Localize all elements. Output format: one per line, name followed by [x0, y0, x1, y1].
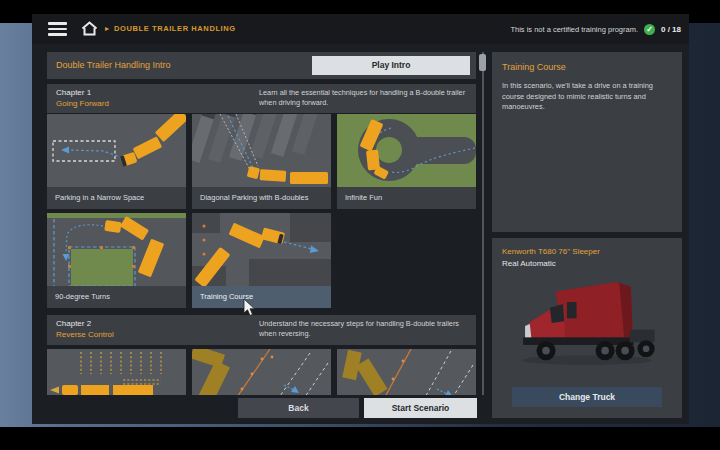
driving-school-panel: ▸ DOUBLE TRAILER HANDLING This is not a … [32, 14, 689, 424]
truck-image [506, 274, 668, 374]
lesson-tile-label: Training Course [192, 286, 331, 308]
breadcrumb-arrow-icon: ▸ [105, 24, 109, 33]
lesson-tile-reverse-2[interactable] [192, 349, 331, 395]
scenario-title: Training Course [502, 62, 672, 72]
start-scenario-button[interactable]: Start Scenario [364, 398, 477, 418]
lesson-tile-reverse-1[interactable] [47, 349, 186, 395]
certification-notice: This is not a certified training program… [510, 25, 638, 34]
truck-card: Kenworth T680 76" Sleeper Real Automatic… [492, 238, 682, 418]
lesson-tile-90-degree-turns[interactable]: 90-degree Turns [47, 213, 186, 308]
lesson-thumbnail [337, 114, 476, 187]
chapter-description: Understand the necessary steps for handl… [259, 319, 469, 339]
top-bar: ▸ DOUBLE TRAILER HANDLING This is not a … [32, 14, 689, 44]
chapter-description: Learn all the essential techniques for h… [259, 88, 469, 108]
scenario-info-card: Training Course In this scenario, we'll … [492, 52, 682, 232]
lesson-thumbnail [192, 114, 331, 187]
lesson-thumbnail [192, 349, 331, 395]
intro-row: Double Trailer Handling Intro Play Intro [47, 52, 476, 79]
lesson-thumbnail [47, 213, 186, 286]
chapter-number: Chapter 2 [56, 319, 91, 328]
lesson-tile-reverse-3[interactable] [337, 349, 476, 395]
chapter-name: Going Forward [56, 99, 109, 108]
menu-icon[interactable] [48, 22, 67, 36]
check-circle-icon: ✓ [644, 24, 655, 35]
home-icon[interactable] [81, 21, 98, 36]
lesson-tile-diagonal-parking[interactable]: Diagonal Parking with B-doubles [192, 114, 331, 209]
lesson-thumbnail [47, 114, 186, 187]
lesson-tile-label: Parking in a Narrow Space [47, 187, 186, 209]
scenario-description: In this scenario, we'll take a drive on … [502, 81, 672, 113]
lesson-thumbnail [192, 213, 331, 286]
lesson-tile-label: Diagonal Parking with B-doubles [192, 187, 331, 209]
lesson-thumbnail [337, 349, 476, 395]
game-screen: ▸ DOUBLE TRAILER HANDLING This is not a … [0, 0, 720, 450]
scrollbar-thumb[interactable] [479, 54, 486, 71]
back-button[interactable]: Back [238, 398, 359, 418]
lesson-tile-parking-narrow-space[interactable]: Parking in a Narrow Space [47, 114, 186, 209]
lesson-row-clipped [32, 349, 492, 395]
change-truck-button[interactable]: Change Truck [512, 387, 662, 407]
chapter-2-header: Chapter 2 Reverse Control Understand the… [47, 315, 476, 345]
breadcrumb: DOUBLE TRAILER HANDLING [114, 24, 236, 33]
lesson-tile-label: Infinite Fun [337, 187, 476, 209]
truck-transmission: Real Automatic [502, 259, 672, 268]
lesson-tile-training-course[interactable]: Training Course [192, 213, 331, 308]
progress-counter: 0 / 18 [661, 25, 681, 34]
lesson-thumbnail [47, 349, 186, 395]
lesson-tile-infinite-fun[interactable]: Infinite Fun [337, 114, 476, 209]
chapter-1-header: Chapter 1 Going Forward Learn all the es… [47, 84, 476, 113]
intro-title: Double Trailer Handling Intro [56, 60, 171, 70]
scrollbar-track[interactable] [482, 52, 484, 395]
play-intro-button[interactable]: Play Intro [312, 56, 470, 75]
chapter-number: Chapter 1 [56, 88, 91, 97]
truck-name: Kenworth T680 76" Sleeper [502, 247, 672, 256]
lesson-tile-label: 90-degree Turns [47, 286, 186, 308]
chapter-name: Reverse Control [56, 330, 114, 339]
